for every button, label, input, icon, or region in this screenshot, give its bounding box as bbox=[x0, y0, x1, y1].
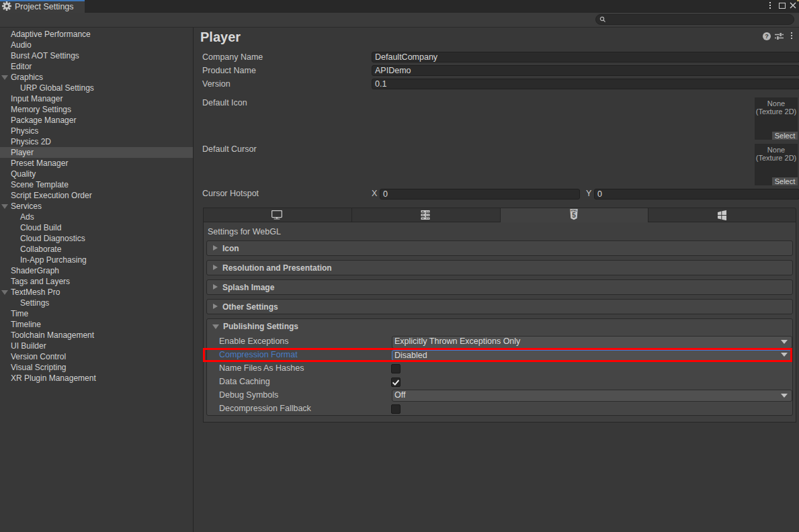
svg-text:5: 5 bbox=[572, 212, 576, 219]
